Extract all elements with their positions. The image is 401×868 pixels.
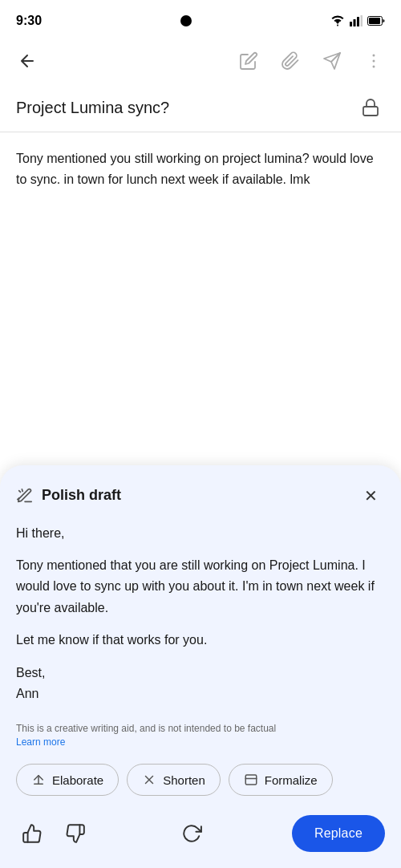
thumb-down-icon [65,823,86,844]
feedback-icons [16,817,91,850]
attach-button[interactable] [276,47,305,75]
shorten-label: Shorten [163,773,205,787]
email-body-text: Tony mentioned you still working on proj… [16,152,374,186]
polish-title-area: Polish draft [16,487,121,505]
polish-paragraph2: Let me know if that works for you. [16,630,385,651]
polish-paragraph1: Tony mentioned that you are still workin… [16,555,385,619]
refresh-icon [181,823,202,844]
svg-rect-0 [350,22,352,26]
svg-rect-16 [245,775,257,785]
email-body: Tony mentioned you still working on proj… [0,132,401,205]
close-button[interactable]: ✕ [356,481,385,510]
app-bar [0,39,401,83]
polish-greeting: Hi there, [16,523,385,544]
signal-icon [350,15,363,26]
polish-title: Polish draft [42,487,121,504]
polish-header: Polish draft ✕ [0,465,401,523]
send-button[interactable] [318,47,346,75]
svg-rect-2 [357,17,359,26]
svg-rect-5 [369,18,380,24]
formalize-button[interactable]: Formalize [229,764,333,796]
status-bar: 9:30 [0,0,401,39]
svg-point-10 [373,66,375,68]
app-bar-actions [234,47,388,75]
formalize-icon [244,773,258,787]
battery-icon [367,16,385,26]
polish-draft-panel: Polish draft ✕ Hi there, Tony mentioned … [0,465,401,868]
learn-more-link[interactable]: Learn more [16,736,65,748]
bottom-bar: Replace [0,807,401,868]
elaborate-label: Elaborate [52,773,103,787]
svg-rect-1 [354,19,356,26]
svg-point-9 [373,60,375,63]
edit-icon-button[interactable] [234,47,263,75]
disclaimer-area: This is a creative writing aid, and is n… [0,714,401,752]
formalize-label: Formalize [265,773,318,787]
replace-label: Replace [314,826,363,840]
wifi-icon [330,15,345,26]
thumb-up-icon [22,823,43,844]
svg-rect-11 [363,107,378,116]
svg-rect-3 [361,15,363,26]
shorten-icon [142,773,156,787]
magic-edit-icon [16,487,34,505]
action-buttons-row: Elaborate Shorten Formalize [0,752,401,807]
elaborate-button[interactable]: Elaborate [16,764,119,796]
email-subject: Project Lumina sync? [16,99,169,117]
polish-closing: Best,Ann [16,663,385,705]
replace-button[interactable]: Replace [292,815,385,852]
camera-dot [180,15,192,26]
shorten-button[interactable]: Shorten [127,764,221,796]
thumb-up-button[interactable] [16,817,48,850]
thumb-down-button[interactable] [59,817,91,850]
subject-line: Project Lumina sync? [0,83,401,132]
status-icons [330,15,385,26]
svg-point-8 [373,55,375,57]
back-button[interactable] [13,47,42,75]
polish-content: Hi there, Tony mentioned that you are st… [0,523,401,715]
lock-button[interactable] [356,93,385,122]
disclaimer-text: This is a creative writing aid, and is n… [16,723,276,734]
status-time: 9:30 [16,14,42,28]
refresh-button[interactable] [176,817,208,850]
more-button[interactable] [359,47,388,75]
elaborate-icon [31,773,46,787]
